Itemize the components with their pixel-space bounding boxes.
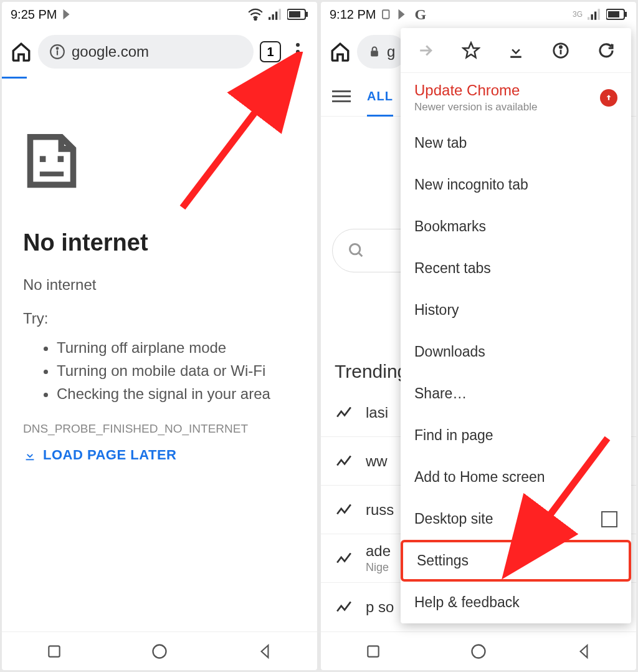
error-tips-list: Turning off airplane mode Turning on mob… — [23, 336, 296, 406]
svg-rect-1 — [269, 17, 270, 19]
error-tip: Checking the signal in your area — [57, 382, 296, 405]
svg-rect-22 — [598, 9, 600, 20]
status-time: 9:25 PM — [11, 7, 57, 22]
home-icon[interactable] — [11, 41, 32, 62]
url-text: g — [387, 43, 395, 60]
chrome-toolbar: google.com 1 — [2, 27, 317, 77]
info-icon[interactable] — [551, 41, 570, 60]
star-icon[interactable] — [462, 41, 480, 60]
tab-switcher[interactable]: 1 — [260, 41, 281, 62]
trend-icon — [336, 504, 352, 516]
update-badge-icon — [600, 89, 617, 107]
android-nav-bar — [321, 631, 636, 670]
trending-title: lasi — [366, 404, 388, 421]
update-subtitle: Newer version is available — [414, 101, 537, 113]
update-title: Update Chrome — [414, 82, 537, 99]
svg-rect-11 — [40, 156, 46, 162]
signal-icon — [269, 9, 282, 20]
square-icon — [381, 9, 392, 20]
signal-icon — [588, 9, 601, 20]
svg-point-32 — [560, 46, 562, 47]
svg-line-28 — [359, 253, 363, 257]
menu-update-chrome[interactable]: Update Chrome Newer version is available — [401, 73, 631, 122]
trending-title: p so — [366, 598, 394, 616]
tab-count-number: 1 — [267, 45, 274, 59]
status-bar: 9:12 PM G 3G — [321, 2, 636, 27]
menu-top-actions — [401, 28, 631, 73]
download-icon — [23, 448, 37, 462]
svg-rect-6 — [289, 11, 300, 17]
menu-add-home[interactable]: Add to Home screen — [401, 456, 631, 498]
tab-all[interactable]: ALL — [367, 89, 393, 117]
nav-back-icon[interactable] — [257, 643, 273, 660]
svg-point-0 — [254, 18, 256, 20]
error-tip: Turning on mobile data or Wi-Fi — [57, 359, 296, 382]
menu-find-in-page[interactable]: Find in page — [401, 415, 631, 456]
menu-recent-tabs[interactable]: Recent tabs — [401, 247, 631, 289]
svg-rect-18 — [383, 10, 389, 19]
svg-rect-14 — [26, 459, 34, 460]
menu-help-feedback[interactable]: Help & feedback — [401, 582, 631, 623]
menu-history[interactable]: History — [401, 289, 631, 331]
refresh-icon[interactable] — [597, 41, 616, 60]
svg-rect-12 — [58, 156, 64, 162]
status-time: 9:12 PM — [330, 7, 376, 22]
trend-icon — [336, 602, 352, 613]
svg-rect-15 — [49, 646, 59, 656]
svg-rect-29 — [510, 55, 521, 57]
menu-share[interactable]: Share… — [401, 373, 631, 415]
sad-page-icon — [23, 132, 80, 190]
nav-home-icon[interactable] — [151, 643, 168, 660]
svg-rect-33 — [368, 646, 378, 656]
menu-settings[interactable]: Settings — [401, 540, 631, 582]
home-icon[interactable] — [330, 41, 351, 62]
lock-icon — [368, 46, 381, 58]
battery-icon — [287, 9, 308, 20]
svg-rect-26 — [371, 50, 378, 56]
trending-title: russ — [366, 501, 394, 519]
url-text: google.com — [72, 43, 149, 60]
battery-icon — [606, 9, 627, 20]
chrome-dropdown-menu: Update Chrome Newer version is available… — [401, 28, 631, 623]
load-page-later-button[interactable]: LOAD PAGE LATER — [23, 447, 296, 463]
url-bar[interactable]: google.com — [38, 35, 254, 69]
svg-rect-20 — [591, 14, 593, 20]
nav-home-icon[interactable] — [470, 643, 487, 660]
error-title: No internet — [23, 229, 296, 256]
svg-rect-7 — [306, 12, 308, 17]
play-store-icon — [397, 8, 409, 21]
hamburger-icon[interactable] — [332, 90, 351, 102]
trending-title: ww — [366, 453, 388, 470]
svg-rect-24 — [608, 11, 619, 17]
menu-new-incognito[interactable]: New incognito tab — [401, 164, 631, 206]
menu-desktop-site[interactable]: Desktop site — [401, 498, 631, 540]
svg-rect-4 — [279, 9, 281, 20]
svg-point-34 — [472, 645, 485, 658]
url-bar[interactable]: g — [357, 35, 407, 69]
forward-icon[interactable] — [416, 41, 435, 60]
svg-rect-21 — [594, 12, 596, 20]
menu-bookmarks[interactable]: Bookmarks — [401, 206, 631, 247]
trend-icon — [336, 456, 352, 467]
play-store-icon — [62, 8, 74, 21]
svg-point-10 — [57, 47, 59, 49]
svg-rect-2 — [272, 14, 274, 20]
nav-back-icon[interactable] — [576, 643, 592, 660]
desktop-site-checkbox[interactable] — [601, 511, 617, 527]
trending-title: ade — [366, 542, 391, 560]
menu-new-tab[interactable]: New tab — [401, 122, 631, 164]
svg-rect-25 — [625, 12, 627, 17]
error-subtitle: No internet — [23, 276, 296, 294]
nav-recent-icon[interactable] — [46, 643, 62, 660]
network-type: 3G — [573, 10, 583, 19]
status-bar: 9:25 PM — [2, 2, 317, 27]
wifi-icon — [247, 8, 264, 21]
download-icon[interactable] — [507, 41, 525, 60]
info-icon — [49, 44, 65, 60]
menu-button[interactable] — [287, 43, 308, 60]
svg-point-27 — [350, 244, 360, 254]
nav-recent-icon[interactable] — [365, 643, 381, 660]
menu-downloads[interactable]: Downloads — [401, 331, 631, 373]
load-later-label: LOAD PAGE LATER — [43, 447, 176, 463]
google-g-icon: G — [414, 6, 426, 23]
